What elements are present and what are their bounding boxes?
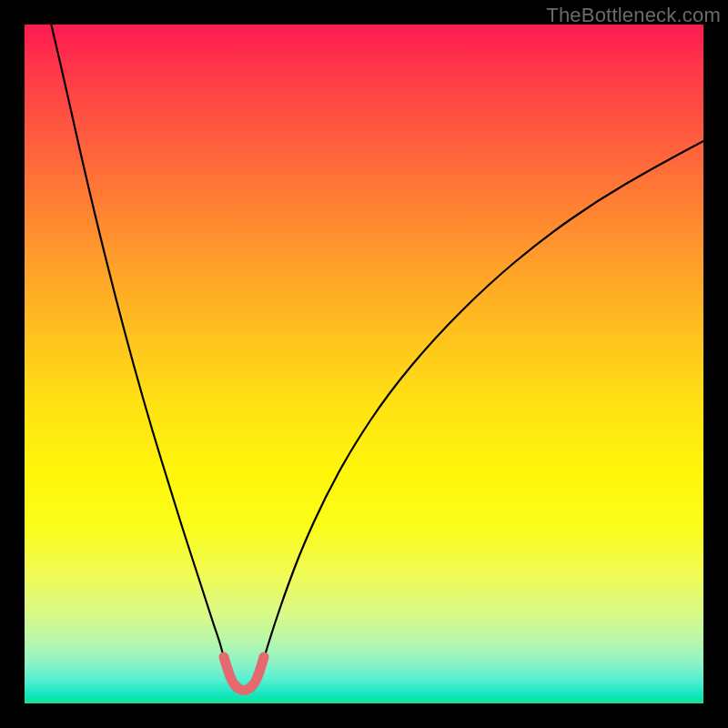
- curve-valley-highlight: [224, 657, 264, 691]
- chart-svg: [25, 25, 703, 703]
- chart-frame: [25, 25, 703, 703]
- curve-right-ascent: [263, 141, 703, 662]
- watermark-text: TheBottleneck.com: [546, 4, 721, 27]
- curve-left-descent: [49, 25, 225, 662]
